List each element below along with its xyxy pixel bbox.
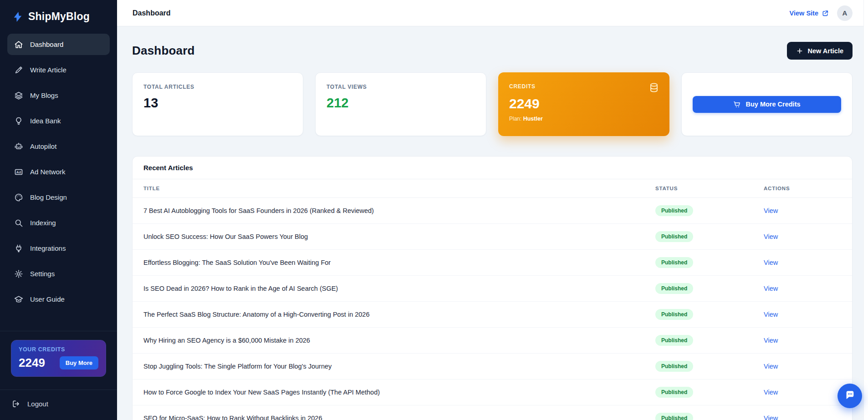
sidebar-item-label: Ad Network bbox=[30, 168, 66, 176]
article-title: Unlock SEO Success: How Our SaaS Powers … bbox=[143, 233, 655, 240]
view-link[interactable]: View bbox=[764, 285, 778, 292]
view-link[interactable]: View bbox=[764, 389, 778, 396]
avatar[interactable]: A bbox=[837, 5, 853, 21]
article-title: Effortless Blogging: The SaaS Solution Y… bbox=[143, 259, 655, 266]
app-root: ShipMyBlog DashboardWrite ArticleMy Blog… bbox=[0, 0, 868, 420]
logout-icon bbox=[12, 400, 20, 408]
table-row: The Perfect SaaS Blog Structure: Anatomy… bbox=[133, 302, 852, 328]
view-link[interactable]: View bbox=[764, 337, 778, 344]
sidebar-item-blog-design[interactable]: Blog Design bbox=[7, 187, 110, 208]
avatar-initial: A bbox=[842, 9, 848, 17]
chat-bubble-icon bbox=[844, 389, 856, 403]
sidebar-bottom: YOUR CREDITS 2249 Buy More Logout bbox=[0, 331, 117, 420]
total-views-value: 212 bbox=[327, 96, 475, 111]
search-icon bbox=[14, 218, 23, 228]
table-row: Unlock SEO Success: How Our SaaS Powers … bbox=[133, 224, 852, 250]
sidebar-item-label: My Blogs bbox=[30, 91, 58, 99]
status-badge: Published bbox=[655, 283, 693, 294]
coins-icon bbox=[648, 82, 659, 93]
plan-name: Hustler bbox=[523, 116, 543, 122]
palette-icon bbox=[14, 193, 23, 202]
lightning-bolt-icon bbox=[12, 11, 24, 23]
view-link[interactable]: View bbox=[764, 415, 778, 420]
credits-card: CREDITS 2249 Plan: Hustler bbox=[498, 72, 669, 136]
graduation-cap-icon bbox=[14, 295, 23, 304]
sidebar-credits-box: YOUR CREDITS 2249 Buy More bbox=[11, 340, 106, 377]
total-views-label: TOTAL VIEWS bbox=[327, 84, 475, 90]
buy-more-credits-button[interactable]: Buy More Credits bbox=[693, 96, 841, 113]
page-title: Dashboard bbox=[132, 44, 195, 58]
sidebar-item-indexing[interactable]: Indexing bbox=[7, 212, 110, 233]
status-badge: Published bbox=[655, 231, 693, 242]
logout-label: Logout bbox=[27, 400, 48, 408]
status-badge: Published bbox=[655, 387, 693, 398]
app-name: ShipMyBlog bbox=[28, 10, 90, 23]
column-header-actions: ACTIONS bbox=[764, 186, 841, 191]
external-link-icon bbox=[822, 10, 829, 17]
buy-more-button[interactable]: Buy More bbox=[60, 356, 98, 369]
status-badge: Published bbox=[655, 413, 693, 420]
total-articles-label: TOTAL ARTICLES bbox=[143, 84, 292, 90]
sidebar-item-autopilot[interactable]: Autopilot bbox=[7, 136, 110, 157]
recent-articles-panel: Recent Articles TITLE STATUS ACTIONS 7 B… bbox=[132, 156, 853, 420]
logout-button[interactable]: Logout bbox=[12, 400, 105, 408]
layers-icon bbox=[14, 91, 23, 100]
home-icon bbox=[14, 40, 23, 49]
status-badge: Published bbox=[655, 205, 693, 216]
table-row: How to Force Google to Index Your New Sa… bbox=[133, 380, 852, 405]
article-title: The Perfect SaaS Blog Structure: Anatomy… bbox=[143, 311, 655, 318]
table-row: 7 Best AI Autoblogging Tools for SaaS Fo… bbox=[133, 198, 852, 224]
table-row: Why Hiring an SEO Agency is a $60,000 Mi… bbox=[133, 328, 852, 354]
gear-icon bbox=[14, 269, 23, 278]
sidebar-item-user-guide[interactable]: User Guide bbox=[7, 288, 110, 310]
sidebar-item-label: User Guide bbox=[30, 295, 65, 303]
svg-text:Ad: Ad bbox=[16, 170, 21, 174]
article-title: Why Hiring an SEO Agency is a $60,000 Mi… bbox=[143, 337, 655, 344]
status-badge: Published bbox=[655, 335, 693, 346]
article-title: Stop Juggling Tools: The Single Platform… bbox=[143, 363, 655, 370]
sidebar-item-settings[interactable]: Settings bbox=[7, 263, 110, 284]
view-site-link[interactable]: View Site bbox=[790, 10, 829, 17]
sidebar-item-my-blogs[interactable]: My Blogs bbox=[7, 85, 110, 106]
app-logo[interactable]: ShipMyBlog bbox=[0, 0, 117, 32]
ad-badge-icon: Ad bbox=[14, 167, 23, 177]
sidebar-item-idea-bank[interactable]: Idea Bank bbox=[7, 110, 110, 132]
sidebar-item-write-article[interactable]: Write Article bbox=[7, 59, 110, 81]
your-credits-label: YOUR CREDITS bbox=[19, 346, 98, 353]
view-link[interactable]: View bbox=[764, 363, 778, 370]
table-row: Effortless Blogging: The SaaS Solution Y… bbox=[133, 250, 852, 276]
status-badge: Published bbox=[655, 257, 693, 268]
topbar-title: Dashboard bbox=[133, 9, 171, 17]
article-title: Is SEO Dead in 2026? How to Rank in the … bbox=[143, 285, 655, 292]
buy-credits-card: Buy More Credits bbox=[681, 72, 853, 136]
sidebar-item-label: Dashboard bbox=[30, 40, 63, 48]
sidebar-item-label: Blog Design bbox=[30, 193, 67, 201]
sidebar-item-label: Autopilot bbox=[30, 142, 56, 150]
table-header: TITLE STATUS ACTIONS bbox=[133, 179, 852, 198]
status-badge: Published bbox=[655, 309, 693, 320]
main-area: Dashboard View Site A Dashboard bbox=[117, 0, 868, 420]
view-link[interactable]: View bbox=[764, 233, 778, 240]
column-header-status: STATUS bbox=[655, 186, 764, 191]
new-article-button[interactable]: New Article bbox=[787, 42, 853, 60]
sidebar-item-integrations[interactable]: Integrations bbox=[7, 238, 110, 259]
view-link[interactable]: View bbox=[764, 207, 778, 214]
scrollbar-track[interactable] bbox=[863, 0, 868, 420]
status-badge: Published bbox=[655, 361, 693, 372]
pen-icon bbox=[14, 66, 23, 75]
total-articles-value: 13 bbox=[143, 96, 292, 111]
sidebar-item-dashboard[interactable]: Dashboard bbox=[7, 34, 110, 55]
content: Dashboard New Article TOTAL ARTICLES 13 … bbox=[117, 26, 868, 420]
view-link[interactable]: View bbox=[764, 311, 778, 318]
new-article-label: New Article bbox=[808, 47, 843, 55]
sidebar-item-ad-network[interactable]: AdAd Network bbox=[7, 161, 110, 182]
plan-prefix: Plan: bbox=[509, 116, 521, 122]
table-row: SEO for Micro-SaaS: How to Rank Without … bbox=[133, 405, 852, 420]
view-link[interactable]: View bbox=[764, 259, 778, 266]
sidebar-item-label: Integrations bbox=[30, 244, 66, 252]
sidebar: ShipMyBlog DashboardWrite ArticleMy Blog… bbox=[0, 0, 117, 420]
sidebar-item-label: Indexing bbox=[30, 219, 56, 227]
table-row: Is SEO Dead in 2026? How to Rank in the … bbox=[133, 276, 852, 302]
plan-line: Plan: Hustler bbox=[509, 116, 659, 122]
chat-button[interactable] bbox=[837, 384, 862, 408]
